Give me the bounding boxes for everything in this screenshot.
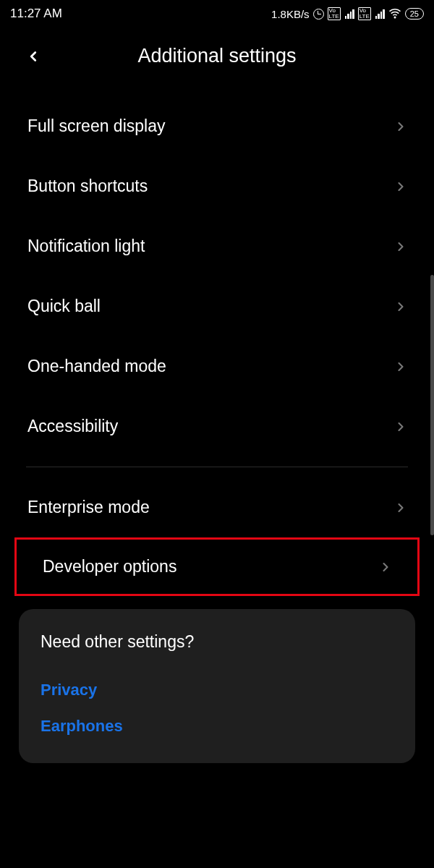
setting-item-enterprise-mode[interactable]: Enterprise mode — [0, 477, 434, 537]
page-title: Additional settings — [12, 45, 422, 67]
chevron-right-icon — [393, 119, 408, 134]
setting-item-full-screen[interactable]: Full screen display — [0, 96, 434, 156]
setting-item-developer-options[interactable]: Developer options — [14, 537, 420, 596]
link-privacy[interactable]: Privacy — [41, 672, 393, 708]
lte-badge-1: VoLTE — [328, 7, 341, 20]
chevron-left-icon — [25, 48, 41, 64]
chevron-right-icon — [393, 179, 408, 194]
alarm-icon — [313, 9, 324, 20]
chevron-right-icon — [393, 359, 408, 374]
chevron-right-icon — [393, 299, 408, 314]
divider — [26, 467, 408, 467]
data-rate: 1.8KB/s — [271, 8, 310, 20]
status-right-icons: 1.8KB/s VoLTE VoLTE 25 — [271, 7, 424, 22]
scroll-indicator[interactable] — [430, 275, 434, 535]
other-settings-title: Need other settings? — [41, 632, 393, 652]
setting-label: Accessibility — [27, 417, 118, 436]
setting-label: One-handed mode — [27, 357, 166, 376]
chevron-right-icon — [393, 420, 408, 434]
setting-label: Developer options — [43, 557, 176, 576]
setting-item-one-handed[interactable]: One-handed mode — [0, 336, 434, 396]
chevron-right-icon — [393, 501, 408, 515]
wifi-icon — [388, 7, 401, 22]
signal-icon-1 — [345, 9, 354, 19]
battery-icon: 25 — [405, 8, 424, 20]
settings-list: Full screen display Button shortcuts Not… — [0, 82, 434, 763]
page-header: Additional settings — [0, 27, 434, 82]
signal-icon-2 — [375, 9, 385, 19]
setting-label: Enterprise mode — [27, 498, 150, 517]
setting-item-notification-light[interactable]: Notification light — [0, 216, 434, 276]
setting-label: Button shortcuts — [27, 176, 148, 196]
setting-label: Notification light — [27, 237, 145, 256]
status-bar: 11:27 AM 1.8KB/s VoLTE VoLTE 25 — [0, 0, 434, 27]
setting-item-button-shortcuts[interactable]: Button shortcuts — [0, 156, 434, 216]
setting-label: Full screen display — [27, 116, 165, 136]
back-button[interactable] — [20, 43, 46, 69]
other-settings-card: Need other settings? Privacy Earphones — [19, 609, 415, 763]
chevron-right-icon — [393, 239, 408, 254]
status-time: 11:27 AM — [10, 7, 62, 21]
lte-badge-2: VoLTE — [358, 7, 371, 20]
setting-item-quick-ball[interactable]: Quick ball — [0, 276, 434, 336]
link-earphones[interactable]: Earphones — [41, 708, 393, 744]
setting-label: Quick ball — [27, 297, 101, 316]
svg-point-0 — [394, 17, 396, 18]
setting-item-accessibility[interactable]: Accessibility — [0, 396, 434, 456]
chevron-right-icon — [378, 560, 393, 574]
